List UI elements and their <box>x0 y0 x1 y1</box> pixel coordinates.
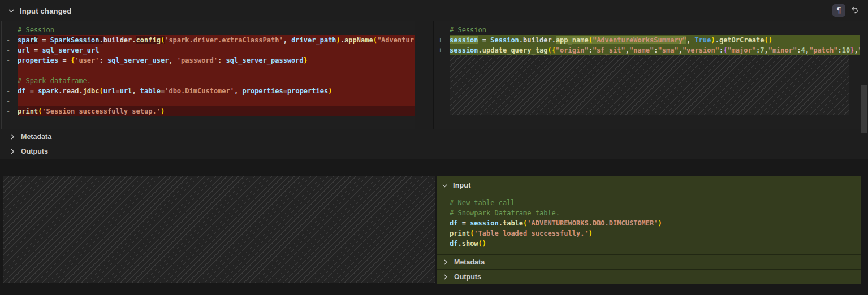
code-token: . <box>478 46 482 54</box>
scrollbar-thumb[interactable] <box>861 85 867 133</box>
code-line[interactable]: +session.update_query_tag({"origin":"sf_… <box>434 45 860 55</box>
code-token: 'Table loaded successfully.' <box>474 229 588 237</box>
code-token: = <box>58 57 71 64</box>
render-whitespace-button[interactable]: ¶ <box>832 4 845 17</box>
code-token: getOrCreate <box>719 36 764 44</box>
cell-toolbar: ¶ <box>832 4 861 17</box>
code-token: ) <box>161 107 165 115</box>
code-token: 'user' <box>75 57 99 64</box>
code-token: , <box>132 87 140 95</box>
discard-changes-button[interactable] <box>848 4 861 17</box>
code-token: ) <box>589 229 593 237</box>
code-token: "major" <box>727 46 756 54</box>
section-metadata[interactable]: Metadata <box>437 254 861 269</box>
code-line[interactable]: df.show() <box>450 238 861 249</box>
input-changed-header[interactable]: Input changed ¶ <box>0 0 868 21</box>
code-line[interactable]: # Session <box>2 25 415 35</box>
diff-gutter-marker: - <box>2 96 18 106</box>
original-code-pane[interactable]: # Session-spark = SparkSession.builder.c… <box>2 21 415 129</box>
code-token: table <box>503 219 523 227</box>
code-line[interactable]: df = session.table('ADVENTUREWORKS.DBO.D… <box>450 218 861 228</box>
code-token: df <box>450 240 457 248</box>
chevron-down-icon <box>442 183 448 189</box>
code-token: spark <box>18 36 38 44</box>
code-token: Session <box>490 36 519 44</box>
code-token: properties <box>287 87 328 95</box>
chevron-right-icon <box>442 259 449 266</box>
code-text: spark = SparkSession.builder.config('spa… <box>18 35 415 45</box>
code-token: builder <box>103 36 132 44</box>
code-line[interactable]: -properties = {'user': sql_server_user, … <box>2 55 415 66</box>
code-token: . <box>519 36 523 44</box>
diff-gutter-marker: - <box>2 66 18 76</box>
code-token: , <box>805 46 809 54</box>
diff-sash[interactable] <box>415 21 433 129</box>
section-label: Metadata <box>21 133 51 141</box>
chevron-right-icon <box>442 274 449 280</box>
section-metadata[interactable]: Metadata <box>0 129 868 144</box>
code-line[interactable]: - <box>2 96 415 106</box>
code-token: ( <box>100 87 103 95</box>
code-token: sql_server_url <box>42 46 99 54</box>
code-token: "AdventureWorksSummary" <box>593 36 686 44</box>
code-token: 'dbo.DimCustomer' <box>165 87 234 95</box>
code-token: , <box>625 46 629 54</box>
code-token: print <box>18 107 38 115</box>
code-line[interactable]: -url = sql_server_url <box>2 45 415 55</box>
section-outputs[interactable]: Outputs <box>0 144 868 158</box>
diff-gutter-marker: - <box>2 76 18 86</box>
code-text: print('Session successfully setup.') <box>18 106 415 116</box>
code-token: update_query_tag <box>482 46 548 54</box>
code-line[interactable]: -df = spark.read.jdbc(url=url, table='db… <box>2 86 415 96</box>
code-token: = <box>457 219 470 227</box>
section-outputs[interactable]: Outputs <box>437 269 861 284</box>
code-token: . <box>132 36 136 44</box>
code-token: 10 <box>842 46 850 54</box>
chevron-down-icon <box>8 7 15 14</box>
code-token: # Session <box>18 26 54 34</box>
code-token: , <box>169 57 176 64</box>
code-line[interactable]: +session = Session.builder.app_name("Adv… <box>434 35 860 45</box>
code-line[interactable]: -print('Session successfully setup.') <box>2 106 415 116</box>
code-line[interactable]: - <box>2 66 415 76</box>
code-token: config <box>136 36 161 44</box>
code-token: : <box>100 57 107 64</box>
code-token: url <box>18 46 30 54</box>
code-token: () <box>764 36 772 44</box>
section-label: Outputs <box>454 273 481 281</box>
diff-gutter-marker: - <box>2 35 18 45</box>
added-code-block[interactable]: # New table call# Snowpark Dataframe tab… <box>437 198 861 249</box>
diff-gutter <box>2 25 18 35</box>
scrollbar-track[interactable] <box>860 21 868 129</box>
code-line[interactable]: # New table call <box>450 198 861 208</box>
code-line[interactable]: -# Spark dataframe. <box>2 76 415 86</box>
code-text: session.update_query_tag({"origin":"sf_s… <box>450 45 860 55</box>
code-token: , <box>854 46 858 54</box>
section-label: Metadata <box>454 258 485 266</box>
code-text: print('Table loaded successfully.') <box>450 228 861 238</box>
code-line[interactable]: # Snowpark Dataframe table. <box>450 208 861 218</box>
code-token: builder <box>523 36 552 44</box>
code-text: properties = {'user': sql_server_user, '… <box>18 55 415 66</box>
diff-gutter-marker: - <box>2 45 18 55</box>
code-token: . <box>457 240 461 248</box>
code-token: "minor" <box>768 46 797 54</box>
code-token: session <box>450 46 478 54</box>
code-token: sql_server_password <box>226 57 304 64</box>
code-token: properties <box>242 87 283 95</box>
code-token: ( <box>589 36 593 44</box>
code-line[interactable]: -spark = SparkSession.builder.config('sp… <box>2 35 415 45</box>
input-header[interactable]: Input <box>437 176 861 191</box>
code-token: "name" <box>629 46 654 54</box>
code-token: , <box>679 46 683 54</box>
modified-code-pane[interactable]: # Session+session = Session.builder.app_… <box>434 21 860 129</box>
code-text <box>18 96 415 106</box>
code-line[interactable]: print('Table loaded successfully.') <box>450 228 861 238</box>
code-line[interactable]: # Session <box>434 25 860 35</box>
code-token: . <box>499 219 503 227</box>
code-text: # Session <box>18 25 415 35</box>
code-token: 'ADVENTUREWORKS.DBO.DIMCUSTOMER' <box>527 219 658 227</box>
code-token: jdbc <box>83 87 100 95</box>
code-token: = <box>283 87 287 95</box>
code-token: df <box>18 87 25 95</box>
